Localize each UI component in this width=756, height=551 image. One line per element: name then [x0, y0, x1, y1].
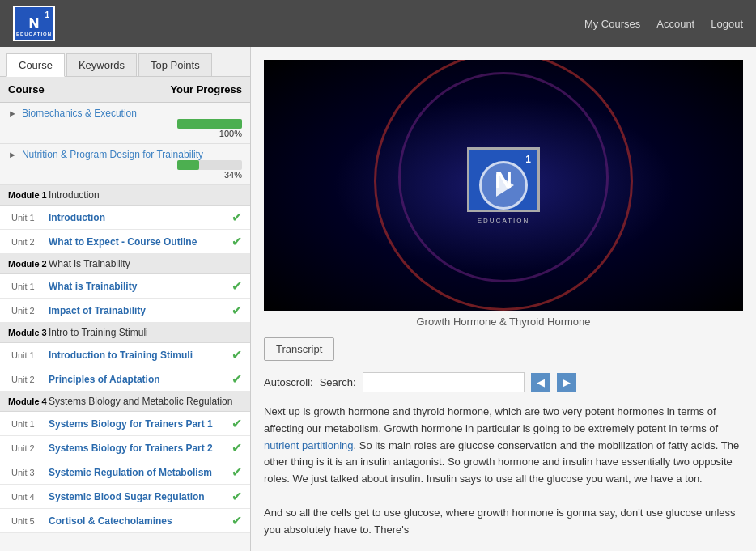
check-icon-4-4: ✔	[231, 489, 242, 504]
check-icon-4-2: ✔	[231, 440, 242, 456]
unit-num-1-1: Unit 1	[11, 213, 49, 223]
transcript-text: Next up is growth hormone and thyroid ho…	[264, 404, 743, 538]
module-title-4: Systems Biology and Metabolic Regulation	[49, 396, 232, 407]
module-title-3: Intro to Training Stimuli	[49, 327, 148, 338]
unit-num-1-2: Unit 2	[11, 237, 49, 247]
unit-title-1-1[interactable]: Introduction	[49, 212, 228, 223]
module-row-3: Module 3 Intro to Training Stimuli	[0, 323, 250, 343]
unit-title-3-2[interactable]: Principles of Adaptation	[49, 374, 228, 385]
unit-row-4-5: Unit 5 Cortisol & Catecholamines ✔	[0, 509, 250, 533]
header: N 1 EDUCATION My Courses Account Logout	[0, 0, 756, 47]
course-row-2: ► Nutrition & Program Design for Trainab…	[0, 144, 250, 185]
expand-icon-1[interactable]: ►	[8, 108, 17, 118]
progress-wrap-1: 100%	[8, 119, 242, 138]
my-courses-link[interactable]: My Courses	[584, 18, 640, 30]
unit-row-3-2: Unit 2 Principles of Adaptation ✔	[0, 367, 250, 392]
search-label: Search:	[320, 376, 356, 388]
unit-title-4-4[interactable]: Systemic Blood Sugar Regulation	[49, 491, 228, 502]
course-title-1[interactable]: Biomechanics & Execution	[22, 108, 137, 119]
unit-title-3-1[interactable]: Introduction to Training Stimuli	[49, 350, 228, 361]
unit-row-1-1: Unit 1 Introduction ✔	[0, 206, 250, 230]
unit-row-1-2: Unit 2 What to Expect - Course Outline ✔	[0, 230, 250, 254]
unit-row-4-2: Unit 2 Systems Biology for Trainers Part…	[0, 436, 250, 460]
highlight-nutrient: nutrient partitioning	[264, 439, 354, 451]
module-num-4: Module 4	[8, 396, 49, 406]
unit-num-3-2: Unit 2	[11, 375, 49, 384]
logo-edu: EDUCATION	[16, 32, 52, 36]
video-container: N 1 EDUCATION	[264, 60, 743, 311]
search-input[interactable]	[363, 372, 525, 392]
autoscroll-label: Autoscroll:	[264, 376, 313, 388]
video-caption: Growth Hormone & Thyroid Hormone	[264, 316, 743, 328]
unit-num-2-1: Unit 1	[11, 282, 49, 291]
tabs-bar: Course Keywords Top Points	[0, 47, 250, 77]
check-icon-2-2: ✔	[231, 303, 242, 318]
main-layout: Course Keywords Top Points Course Your P…	[0, 47, 756, 551]
prev-search-button[interactable]: ◀	[531, 373, 550, 392]
course-table-header: Course Your Progress	[0, 77, 250, 103]
col-course: Course	[8, 83, 45, 95]
unit-row-2-2: Unit 2 Impact of Trainability ✔	[0, 299, 250, 323]
unit-num-4-1: Unit 1	[11, 419, 49, 429]
progress-fill-2	[177, 160, 199, 170]
tab-keywords[interactable]: Keywords	[66, 53, 137, 76]
unit-title-2-2[interactable]: Impact of Trainability	[49, 305, 228, 316]
progress-bar-1	[177, 119, 242, 129]
unit-num-4-4: Unit 4	[11, 492, 49, 502]
logo-superscript: 1	[45, 11, 49, 19]
header-nav: My Courses Account Logout	[584, 18, 743, 30]
unit-row-4-4: Unit 4 Systemic Blood Sugar Regulation ✔	[0, 485, 250, 509]
transcript-p2: And so all the cells get to use glucose,…	[264, 505, 743, 539]
course-title-2[interactable]: Nutrition & Program Design for Trainabil…	[22, 149, 203, 160]
account-link[interactable]: Account	[656, 18, 694, 30]
check-icon-1-1: ✔	[231, 210, 242, 225]
progress-text-1: 100%	[8, 129, 242, 138]
module-row-2: Module 2 What is Trainability	[0, 254, 250, 274]
module-num-1: Module 1	[8, 190, 49, 200]
check-icon-4-3: ✔	[231, 464, 242, 480]
check-icon-3-2: ✔	[231, 371, 242, 387]
video-logo-edu: EDUCATION	[467, 217, 540, 224]
check-icon-4-1: ✔	[231, 416, 242, 431]
progress-text-2: 34%	[8, 170, 242, 180]
unit-num-4-5: Unit 5	[11, 516, 49, 526]
unit-title-1-2[interactable]: What to Expect - Course Outline	[49, 236, 228, 248]
play-button[interactable]	[479, 161, 528, 210]
module-row-4: Module 4 Systems Biology and Metabolic R…	[0, 392, 250, 412]
expand-icon-2[interactable]: ►	[8, 150, 17, 159]
unit-title-4-1[interactable]: Systems Biology for Trainers Part 1	[49, 418, 228, 430]
check-icon-4-5: ✔	[231, 513, 242, 528]
progress-fill-1	[177, 119, 242, 129]
module-row-1: Module 1 Introduction	[0, 185, 250, 206]
unit-num-4-2: Unit 2	[11, 443, 49, 453]
video-logo-sup: 1	[525, 154, 531, 165]
tab-course[interactable]: Course	[6, 53, 65, 77]
progress-wrap-2: 34%	[8, 160, 242, 180]
transcript-p1: Next up is growth hormone and thyroid ho…	[264, 404, 743, 488]
unit-title-4-3[interactable]: Systemic Regulation of Metabolism	[49, 467, 228, 478]
unit-num-2-2: Unit 2	[11, 306, 49, 316]
tab-top-points[interactable]: Top Points	[138, 53, 212, 76]
video-thumbnail[interactable]: N 1 EDUCATION	[264, 60, 743, 311]
unit-row-3-1: Unit 1 Introduction to Training Stimuli …	[0, 343, 250, 367]
logo-letter: N	[29, 15, 40, 32]
module-title-1: Introduction	[49, 189, 100, 201]
check-icon-1-2: ✔	[231, 234, 242, 249]
right-panel: N 1 EDUCATION Growth Hormone & Thyroid H…	[251, 47, 756, 551]
course-item-1: ► Biomechanics & Execution	[8, 108, 242, 119]
unit-title-2-1[interactable]: What is Trainability	[49, 281, 228, 292]
next-search-button[interactable]: ▶	[557, 373, 576, 392]
module-title-2: What is Trainability	[49, 258, 130, 269]
col-progress: Your Progress	[170, 83, 242, 95]
transcript-button[interactable]: Transcript	[264, 337, 334, 361]
progress-bar-2	[177, 160, 242, 170]
module-num-3: Module 3	[8, 328, 49, 337]
logout-link[interactable]: Logout	[711, 18, 743, 30]
search-bar: Autoscroll: Search: ◀ ▶	[264, 372, 743, 392]
check-icon-3-1: ✔	[231, 347, 242, 362]
unit-row-4-3: Unit 3 Systemic Regulation of Metabolism…	[0, 460, 250, 485]
logo: N 1 EDUCATION	[13, 6, 55, 41]
unit-title-4-2[interactable]: Systems Biology for Trainers Part 2	[49, 443, 228, 454]
unit-title-4-5[interactable]: Cortisol & Catecholamines	[49, 515, 228, 527]
module-num-2: Module 2	[8, 259, 49, 269]
